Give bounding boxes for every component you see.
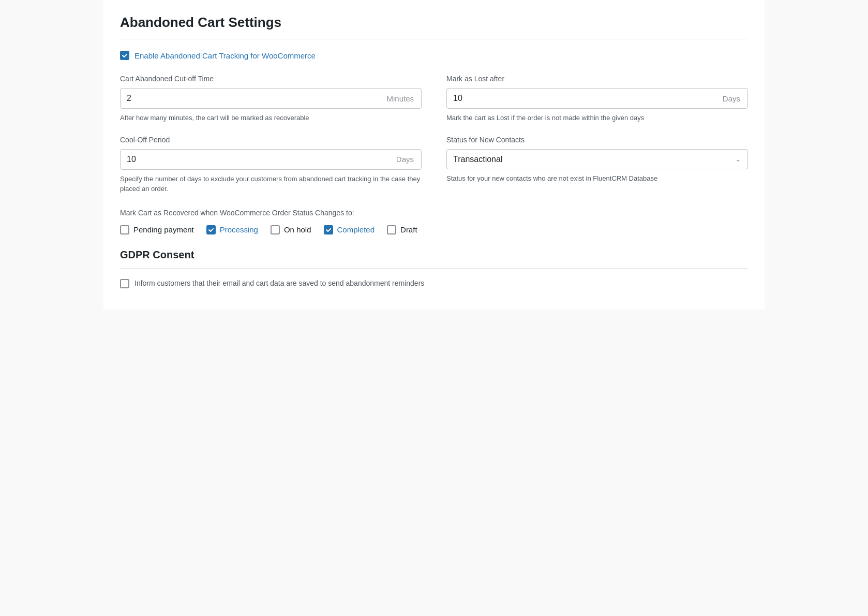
mark-as-lost-hint: Mark the cart as Lost if the order is no… <box>446 113 748 123</box>
cutoff-time-hint: After how many minutes, the cart will be… <box>120 113 422 123</box>
cool-off-label: Cool-Off Period <box>120 136 422 144</box>
cool-off-hint: Specify the number of days to exclude yo… <box>120 174 422 194</box>
mark-as-lost-group: Mark as Lost after Days Mark the cart as… <box>446 75 748 123</box>
cutoff-time-input-wrapper: Minutes <box>120 88 422 109</box>
status-contacts-select[interactable]: Transactional Subscribed Unsubscribed Pe… <box>447 150 747 169</box>
gdpr-checkbox[interactable] <box>120 279 129 288</box>
cutoff-time-input[interactable] <box>121 89 379 108</box>
cool-off-group: Cool-Off Period Days Specify the number … <box>120 136 422 194</box>
cool-off-unit: Days <box>389 150 421 169</box>
cutoff-time-label: Cart Abandoned Cut-off Time <box>120 75 422 83</box>
cutoff-time-unit: Minutes <box>379 89 421 108</box>
mark-as-lost-unit: Days <box>715 89 747 108</box>
on-hold-checkbox[interactable] <box>271 225 280 234</box>
checkbox-item-pending-payment[interactable]: Pending payment <box>120 225 194 234</box>
bottom-fields-row: Cool-Off Period Days Specify the number … <box>120 136 748 194</box>
status-contacts-select-wrapper: Transactional Subscribed Unsubscribed Pe… <box>446 149 748 169</box>
status-contacts-group: Status for New Contacts Transactional Su… <box>446 136 748 194</box>
processing-checkbox[interactable] <box>206 225 216 234</box>
recover-section: Mark Cart as Recovered when WooCommerce … <box>120 209 748 234</box>
enable-tracking-section: Enable Abandoned Cart Tracking for WooCo… <box>120 51 748 60</box>
draft-label: Draft <box>400 225 417 234</box>
checkbox-item-draft[interactable]: Draft <box>387 225 417 234</box>
processing-label: Processing <box>220 225 258 234</box>
mark-as-lost-label: Mark as Lost after <box>446 75 748 83</box>
on-hold-label: On hold <box>284 225 311 234</box>
gdpr-title: GDPR Consent <box>120 249 748 269</box>
gdpr-text: Inform customers that their email and ca… <box>134 278 424 289</box>
completed-label: Completed <box>337 225 375 234</box>
enable-tracking-label[interactable]: Enable Abandoned Cart Tracking for WooCo… <box>134 51 316 60</box>
cool-off-input[interactable] <box>121 150 389 169</box>
checkbox-item-completed[interactable]: Completed <box>324 225 375 234</box>
enable-tracking-checkbox[interactable] <box>120 51 129 60</box>
recover-checkboxes-row: Pending payment Processing On hold <box>120 225 748 234</box>
mark-as-lost-input-wrapper: Days <box>446 88 748 109</box>
recover-label: Mark Cart as Recovered when WooCommerce … <box>120 209 748 217</box>
status-contacts-label: Status for New Contacts <box>446 136 748 144</box>
pending-payment-label: Pending payment <box>133 225 194 234</box>
checkbox-item-on-hold[interactable]: On hold <box>271 225 311 234</box>
mark-as-lost-input[interactable] <box>447 89 715 108</box>
gdpr-section: GDPR Consent Inform customers that their… <box>120 249 748 289</box>
cool-off-input-wrapper: Days <box>120 149 422 170</box>
page-container: Abandoned Cart Settings Enable Abandoned… <box>103 0 765 310</box>
completed-checkbox[interactable] <box>324 225 333 234</box>
page-title: Abandoned Cart Settings <box>120 14 748 39</box>
draft-checkbox[interactable] <box>387 225 396 234</box>
top-fields-row: Cart Abandoned Cut-off Time Minutes Afte… <box>120 75 748 123</box>
status-contacts-hint: Status for your new contacts who are not… <box>446 173 748 184</box>
gdpr-row: Inform customers that their email and ca… <box>120 278 748 289</box>
cutoff-time-group: Cart Abandoned Cut-off Time Minutes Afte… <box>120 75 422 123</box>
pending-payment-checkbox[interactable] <box>120 225 129 234</box>
checkbox-item-processing[interactable]: Processing <box>206 225 258 234</box>
